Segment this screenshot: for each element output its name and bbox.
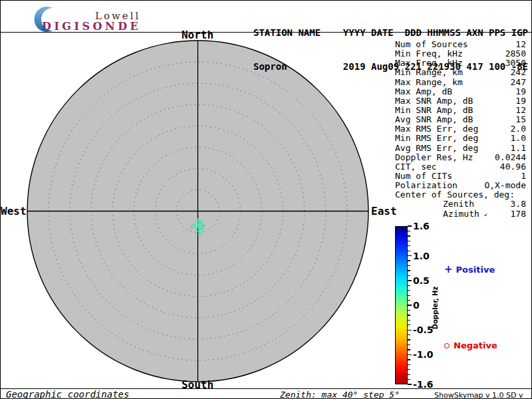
stats-value: 1	[521, 172, 526, 181]
stats-label: Min RMS Err, deg	[395, 134, 478, 143]
stats-row: Avg RMS Err, deg1.1	[395, 144, 526, 153]
colorbar-minor-tick	[408, 364, 410, 365]
stats-row: Azimuth↙178	[395, 209, 526, 219]
stats-row: Max RMS Err, deg2.0	[395, 124, 526, 134]
colorbar-minor-tick	[408, 290, 410, 291]
stats-row: Max SNR Amp, dB19	[395, 96, 526, 106]
colorbar-minor-tick	[408, 344, 410, 345]
stats-row: Max Range, km247	[395, 78, 526, 87]
doppler-colorbar-gradient	[395, 226, 408, 384]
stats-value: 19	[515, 87, 526, 96]
colorbar-major-tick	[408, 354, 412, 355]
colorbar-minor-tick	[408, 379, 410, 380]
stats-value: 2.0	[511, 124, 526, 134]
colorbar-minor-tick	[408, 315, 410, 315]
stats-value: 242	[511, 68, 526, 77]
stats-row: Zenith3.8	[395, 200, 526, 209]
measurement-stats-panel: Num of Sources12Min Freq, kHz2850Max Fre…	[395, 40, 526, 219]
stats-label: Num of Sources	[395, 40, 468, 49]
stats-value: 12	[515, 40, 526, 49]
stats-label: Min Freq, kHz	[395, 49, 463, 59]
zenith-scale-label: Zenith: max 40° step 5°	[280, 390, 400, 399]
stats-label: Min Range, km	[395, 68, 463, 77]
negative-legend-label: Negative	[454, 340, 497, 350]
compass-label-south: South	[182, 378, 213, 391]
stats-label: Avg RMS Err, deg	[395, 144, 478, 153]
stats-row: Max Freq, kHz3050	[395, 59, 526, 68]
negative-doppler-legend: Negative	[444, 340, 497, 350]
stats-value: 1.0	[511, 134, 526, 143]
stats-row: Num of Sources12	[395, 40, 526, 49]
colorbar-minor-tick	[408, 265, 410, 266]
stats-value: 0.0244	[495, 153, 526, 162]
colorbar-minor-tick	[408, 275, 410, 276]
colorbar-minor-tick	[408, 285, 410, 286]
stats-row: PolarizationO,X-mode	[395, 181, 526, 190]
compass-label-north: North	[182, 29, 213, 41]
colorbar-minor-tick	[408, 310, 410, 311]
colorbar-minor-tick	[408, 369, 410, 370]
colorbar-minor-tick	[408, 325, 410, 325]
stats-label: Num of CITs	[395, 172, 452, 181]
stats-label: Max Freq, kHz	[395, 59, 463, 68]
colorbar-minor-tick	[408, 270, 410, 271]
colorbar-major-tick	[408, 255, 412, 256]
colorbar-minor-tick	[408, 260, 410, 261]
plus-icon: +	[444, 263, 453, 275]
stats-value: 3.8	[511, 200, 526, 209]
logo-brand-bottom: DIGISONDE	[42, 20, 141, 33]
stats-label: Max Amp, dB	[395, 87, 452, 96]
colorbar-minor-tick	[408, 231, 410, 231]
positive-doppler-legend: +Positive	[444, 263, 495, 275]
stats-row: Min Freq, kHz2850	[395, 49, 526, 59]
stats-label: CIT, sec	[395, 162, 437, 172]
skymap-window: Lowell DIGISONDE STATION NAME YYYY DATE …	[0, 0, 532, 399]
colorbar-major-tick	[408, 225, 412, 226]
station-header-labels: STATION NAME YYYY DATE DDD HHMMSS AXN PP…	[253, 27, 528, 39]
colorbar-tick-label: 0	[413, 300, 420, 311]
stats-label: Max Range, km	[395, 78, 463, 87]
stats-row: Num of CITs1	[395, 172, 526, 181]
colorbar-minor-tick	[408, 320, 410, 321]
colorbar-minor-tick	[408, 235, 410, 236]
circle-icon	[444, 343, 450, 348]
colorbar-tick-label: -1.0	[413, 349, 434, 360]
stats-value: 178	[511, 209, 526, 219]
stats-row: Max Amp, dB19	[395, 87, 526, 96]
stats-label: Polarization	[395, 181, 458, 190]
stats-label: Azimuth↙	[395, 209, 487, 219]
colorbar-minor-tick	[408, 374, 410, 375]
lowell-digisonde-logo: Lowell DIGISONDE	[25, 3, 164, 33]
stats-row: Doppler Res, Hz0.0244	[395, 153, 526, 162]
coordinates-mode-label: Geographic coordinates	[6, 389, 129, 399]
stats-value: 247	[511, 78, 526, 87]
colorbar-minor-tick	[408, 241, 410, 241]
colorbar-minor-tick	[408, 359, 410, 360]
stats-label: Min SNR Amp, dB	[395, 106, 473, 115]
stats-label: Avg SNR Amp, dB	[395, 115, 473, 124]
stats-value: 15	[515, 115, 526, 124]
stats-row: Avg SNR Amp, dB15	[395, 115, 526, 124]
stats-label: Doppler Res, Hz	[395, 153, 473, 162]
colorbar-tick-label: 0.5	[413, 275, 430, 285]
colorbar-major-tick	[408, 305, 412, 305]
colorbar-minor-tick	[408, 339, 410, 340]
doppler-axis-label: Doppler, Hz	[432, 287, 439, 330]
stats-row: Min Range, km242	[395, 68, 526, 77]
colorbar-minor-tick	[408, 295, 410, 296]
stats-value: 40.96	[500, 162, 526, 172]
stats-label: Max RMS Err, deg	[395, 124, 478, 134]
stats-value: 12	[515, 106, 526, 115]
compass-label-west: West	[1, 205, 25, 217]
colorbar-minor-tick	[408, 251, 410, 251]
compass-label-east: East	[371, 205, 397, 217]
stats-row: Center of Sources, deg:	[395, 190, 526, 200]
stats-value: 2850	[505, 49, 526, 59]
colorbar-minor-tick	[408, 349, 410, 350]
stats-row: Min RMS Err, deg1.0	[395, 134, 526, 143]
colorbar-minor-tick	[408, 245, 410, 246]
stats-value: 1.1	[511, 144, 526, 153]
colorbar-major-tick	[408, 384, 412, 384]
azimuth-direction-icon: ↙	[484, 209, 487, 219]
colorbar-major-tick	[408, 330, 412, 331]
